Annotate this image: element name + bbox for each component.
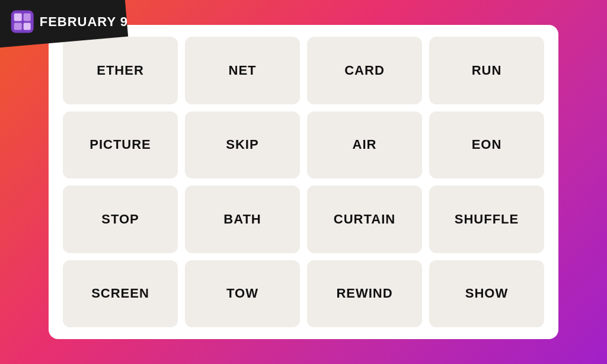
word-tile[interactable]: NET <box>185 37 300 104</box>
word-tile-label: BATH <box>223 212 261 227</box>
word-tile-label: RUN <box>472 63 502 78</box>
word-tile-label: NET <box>229 63 257 78</box>
word-tile-label: REWIND <box>336 286 392 301</box>
word-tile[interactable]: PICTURE <box>63 111 178 179</box>
word-tile-label: EON <box>472 137 502 152</box>
app-icon-cell <box>14 14 21 21</box>
word-tile-label: CURTAIN <box>334 212 395 227</box>
app-icon-cell <box>24 14 31 21</box>
word-tile[interactable]: SCREEN <box>63 260 178 328</box>
word-tile-label: ETHER <box>97 63 144 78</box>
word-tile[interactable]: TOW <box>185 260 300 328</box>
word-tile-label: AIR <box>353 137 377 152</box>
word-tile[interactable]: STOP <box>63 186 178 253</box>
main-card: ETHERNETCARDRUNPICTURESKIPAIREONSTOPBATH… <box>49 25 558 339</box>
app-icon <box>11 11 34 33</box>
word-tile[interactable]: SHOW <box>429 260 544 328</box>
app-icon-cell <box>14 23 21 30</box>
word-tile-label: SHUFFLE <box>455 212 519 227</box>
word-tile[interactable]: RUN <box>429 37 544 104</box>
word-tile[interactable]: EON <box>429 111 544 179</box>
word-tile[interactable]: REWIND <box>307 260 422 328</box>
word-tile[interactable]: SKIP <box>185 111 300 179</box>
word-tile-label: PICTURE <box>90 137 151 152</box>
word-tile-label: TOW <box>226 286 258 301</box>
word-tile-label: STOP <box>101 212 139 227</box>
word-tile[interactable]: ETHER <box>63 37 178 104</box>
word-tile-label: SCREEN <box>91 286 149 301</box>
word-tile[interactable]: CURTAIN <box>307 186 422 253</box>
word-tile-label: CARD <box>344 63 385 78</box>
word-tile[interactable]: BATH <box>185 186 300 253</box>
date-label: FEBRUARY 9 <box>40 14 128 30</box>
word-grid: ETHERNETCARDRUNPICTURESKIPAIREONSTOPBATH… <box>63 37 544 327</box>
word-tile-label: SHOW <box>465 286 508 301</box>
word-tile[interactable]: AIR <box>307 111 422 179</box>
word-tile[interactable]: CARD <box>307 37 422 104</box>
word-tile-label: SKIP <box>226 137 258 152</box>
word-tile[interactable]: SHUFFLE <box>429 186 544 253</box>
app-icon-cell <box>24 23 31 30</box>
